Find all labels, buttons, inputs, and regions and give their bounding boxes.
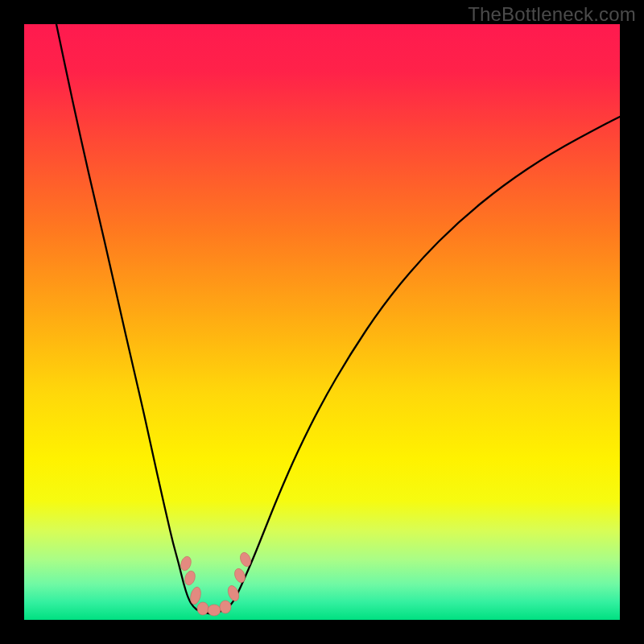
gradient-background xyxy=(24,24,620,620)
outer-frame: TheBottleneck.com xyxy=(0,0,644,644)
svg-point-5 xyxy=(220,601,231,613)
plot-area xyxy=(24,24,620,620)
svg-point-4 xyxy=(208,605,221,616)
svg-point-3 xyxy=(197,602,208,615)
bottom-marker-c xyxy=(220,601,231,613)
bottom-marker-b xyxy=(208,605,221,616)
watermark-text: TheBottleneck.com xyxy=(468,3,636,26)
chart-svg xyxy=(24,24,620,620)
bottom-marker-a xyxy=(197,602,208,615)
